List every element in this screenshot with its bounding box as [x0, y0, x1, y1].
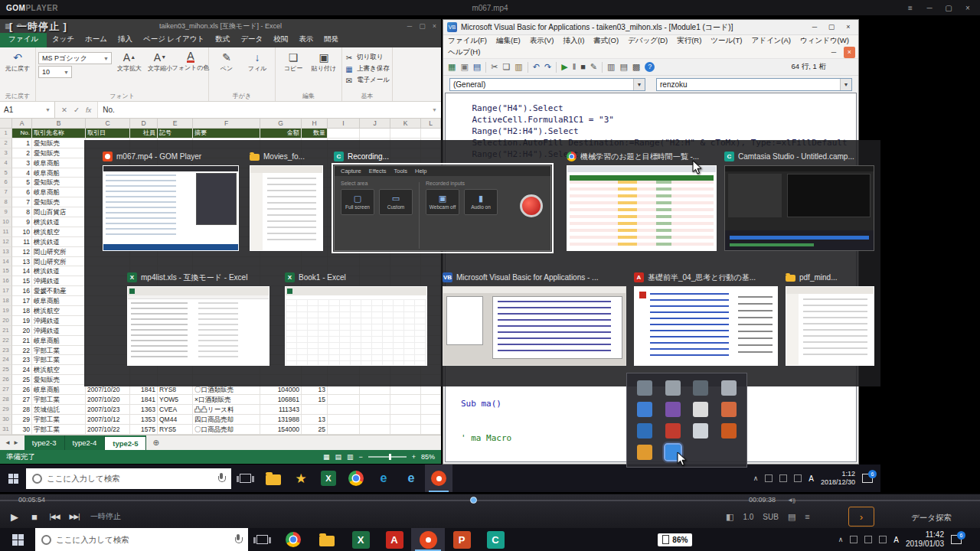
task-view-button[interactable] [256, 535, 268, 544]
taskbar-button-camtasia[interactable]: C [479, 528, 512, 551]
row-number: 31 [0, 425, 12, 435]
stop-button[interactable]: ■ [24, 511, 44, 523]
gom-player-icon [431, 471, 446, 486]
cell: 106861 [260, 395, 302, 405]
ime-indicator[interactable]: A [893, 536, 899, 544]
row-number: 26 [0, 375, 12, 385]
folder-icon [250, 154, 260, 161]
playlist-icon[interactable]: ▤ [788, 512, 795, 522]
speed-button[interactable]: 1.0 [743, 513, 753, 521]
design-mode-icon: ✎ [590, 63, 597, 71]
cell: No. [12, 129, 32, 139]
taskbar-button-gom[interactable] [411, 528, 445, 551]
cell [302, 405, 328, 415]
row-number: 16 [0, 276, 12, 286]
thumb-graphic [639, 292, 646, 298]
gom-logo: GOMPLAYER [6, 4, 58, 12]
thumb-graphic [803, 298, 867, 359]
tray-icon[interactable] [850, 536, 858, 543]
cell: 1841 [130, 395, 158, 405]
microphone-icon[interactable] [234, 534, 242, 545]
undo-button: ↶ 元に戻す [2, 49, 33, 73]
battery-value: 86% [672, 536, 688, 544]
thumb-graphic [106, 174, 176, 239]
row-number: 4 [0, 158, 12, 168]
vba-menu-3: 挿入(I) [558, 36, 589, 46]
ie-icon: e [408, 472, 415, 484]
taskbar-button-excel[interactable]: X [344, 528, 377, 551]
sheet-tabs: type2-3type2-4type2-5 [24, 435, 147, 450]
cell: YOW5 [158, 395, 193, 405]
play-button[interactable]: ▶ [5, 511, 24, 523]
font-size-value: 10 [42, 68, 50, 76]
row-number: 12 [0, 237, 12, 247]
cell: 横浜鉄道 [32, 217, 86, 227]
taskbar-button-chrome[interactable] [276, 528, 310, 551]
name-box: A1▼ [0, 102, 55, 118]
excel-ribbon-tab-5: 数式 [210, 32, 235, 47]
folder-icon [319, 536, 335, 546]
chevron-up-icon[interactable]: ∧ [838, 536, 844, 543]
tray-icon [765, 474, 773, 482]
maximize-button[interactable]: ▢ [940, 2, 957, 14]
cut-icon: ✂ [491, 63, 498, 71]
thumb-graphic [656, 181, 671, 247]
cell: 愛知販売 [32, 178, 86, 187]
cell [328, 425, 360, 435]
chevron-down-icon: ▼ [64, 70, 69, 75]
page-layout-icon: ▤ [335, 453, 341, 461]
cell: 〇口商品売却 [193, 425, 260, 435]
tray-icon[interactable] [879, 536, 887, 543]
taskbar-button-pdf[interactable]: A [377, 528, 411, 551]
menu-icon[interactable]: ≡ [902, 2, 919, 14]
properties-icon: ▤ [619, 63, 627, 71]
excel-icon: X [127, 272, 137, 282]
capture-icon[interactable]: ◧ [726, 512, 733, 522]
row-number: 2 [0, 139, 12, 148]
video-display-area[interactable]: ▦ ↶ ↷ taiken03_mihon.xls [互換モード] - Excel… [0, 15, 880, 494]
volume-icon[interactable]: ◄)) [787, 497, 795, 504]
button-label: 電子メール [357, 76, 390, 85]
menu-icon[interactable]: ≡ [805, 512, 809, 521]
window-thumbnail [724, 165, 874, 251]
tray-overflow-popup [626, 373, 747, 468]
seek-handle[interactable] [470, 497, 477, 504]
camtasia-icon: C [334, 152, 344, 161]
sheet-tab-type2-3: type2-3 [24, 435, 65, 450]
cell: 24 [12, 365, 32, 375]
sheet-tab-bar: ◄ ► type2-3type2-4type2-5 ⊕ [0, 435, 441, 450]
window-thumbnail [103, 165, 239, 251]
vba-menu-0: ファイル(F) [443, 36, 492, 46]
start-button[interactable] [0, 528, 35, 551]
toolbar-separator [556, 62, 557, 73]
vba-toolbar-icons: ▦▣▤✂❏▥↶↷▶‖■✎▥▤▩? [448, 62, 655, 73]
button-label: フォントの色 [172, 64, 210, 72]
battery-percentage-badge[interactable]: 86% [658, 533, 692, 546]
close-button[interactable]: × [959, 2, 976, 14]
search-box[interactable] [35, 528, 248, 551]
windows-taskbar: XAPC 86% ∧ A 11:42 2019/01/03 6 [0, 528, 980, 551]
seek-bar[interactable] [0, 500, 980, 501]
zoom-in-icon: + [412, 453, 416, 461]
side-panel-label[interactable]: データ探索 [911, 513, 952, 523]
date: 2018/12/30 [821, 478, 855, 487]
previous-button[interactable]: |◀◀ [44, 513, 64, 520]
taskbar-button-explorer[interactable] [310, 528, 344, 551]
row-number: 30 [0, 415, 12, 425]
minimize-button[interactable]: ─ [921, 2, 938, 14]
side-panel-toggle-button[interactable]: › [848, 507, 874, 527]
undo-label: 元に戻す [5, 64, 30, 73]
action-center-icon[interactable]: 6 [951, 535, 962, 544]
clock[interactable]: 11:42 2019/01/03 [906, 530, 944, 549]
vba-combo-bar: (General)▼ renzoku▼ [443, 76, 858, 93]
taskbar-button-powerpoint[interactable]: P [445, 528, 479, 551]
search-input[interactable] [56, 535, 230, 544]
cell: 取引日 [86, 129, 130, 139]
tray-icon[interactable] [864, 536, 872, 543]
button-label: 切り取り [357, 53, 383, 62]
next-button[interactable]: ▶▶| [64, 513, 84, 520]
cell: 岐阜商船 [32, 168, 86, 178]
font-color-button: Aフォントの色 [175, 49, 206, 78]
subtitle-button[interactable]: SUB [763, 513, 779, 521]
cell [390, 415, 421, 425]
